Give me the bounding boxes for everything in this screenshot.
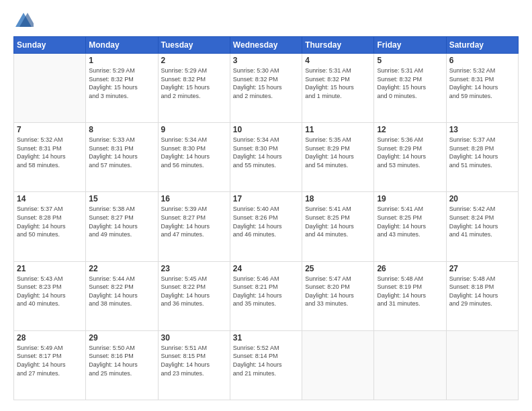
calendar-header-row: SundayMondayTuesdayWednesdayThursdayFrid… bbox=[14, 37, 519, 54]
day-number: 5 bbox=[377, 56, 443, 65]
day-header-wednesday: Wednesday bbox=[230, 37, 302, 54]
calendar-cell: 5Sunrise: 5:31 AM Sunset: 8:32 PM Daylig… bbox=[374, 54, 446, 123]
day-number: 2 bbox=[161, 56, 227, 65]
calendar-cell: 1Sunrise: 5:29 AM Sunset: 8:32 PM Daylig… bbox=[86, 54, 158, 123]
calendar-cell: 16Sunrise: 5:39 AM Sunset: 8:27 PM Dayli… bbox=[158, 192, 230, 261]
day-number: 7 bbox=[17, 125, 83, 134]
calendar-cell: 6Sunrise: 5:32 AM Sunset: 8:31 PM Daylig… bbox=[446, 54, 518, 123]
day-number: 26 bbox=[377, 264, 443, 273]
day-info: Sunrise: 5:46 AM Sunset: 8:21 PM Dayligh… bbox=[233, 275, 299, 308]
header bbox=[13, 11, 519, 31]
day-number: 31 bbox=[233, 333, 299, 342]
calendar-cell: 10Sunrise: 5:34 AM Sunset: 8:30 PM Dayli… bbox=[230, 123, 302, 192]
day-info: Sunrise: 5:44 AM Sunset: 8:22 PM Dayligh… bbox=[89, 275, 154, 308]
day-number: 9 bbox=[161, 125, 227, 134]
day-info: Sunrise: 5:48 AM Sunset: 8:19 PM Dayligh… bbox=[377, 275, 443, 308]
calendar-table: SundayMondayTuesdayWednesdayThursdayFrid… bbox=[13, 36, 519, 400]
day-info: Sunrise: 5:36 AM Sunset: 8:29 PM Dayligh… bbox=[377, 136, 443, 169]
day-info: Sunrise: 5:38 AM Sunset: 8:27 PM Dayligh… bbox=[89, 205, 154, 238]
calendar-cell: 17Sunrise: 5:40 AM Sunset: 8:26 PM Dayli… bbox=[230, 192, 302, 261]
calendar-cell: 30Sunrise: 5:51 AM Sunset: 8:15 PM Dayli… bbox=[158, 330, 230, 400]
calendar-cell: 12Sunrise: 5:36 AM Sunset: 8:29 PM Dayli… bbox=[374, 123, 446, 192]
day-number: 27 bbox=[449, 264, 515, 273]
day-info: Sunrise: 5:45 AM Sunset: 8:22 PM Dayligh… bbox=[161, 275, 227, 308]
day-info: Sunrise: 5:43 AM Sunset: 8:23 PM Dayligh… bbox=[17, 275, 83, 308]
day-info: Sunrise: 5:35 AM Sunset: 8:29 PM Dayligh… bbox=[305, 136, 371, 169]
day-number: 10 bbox=[233, 125, 299, 134]
day-info: Sunrise: 5:34 AM Sunset: 8:30 PM Dayligh… bbox=[233, 136, 299, 169]
day-info: Sunrise: 5:50 AM Sunset: 8:16 PM Dayligh… bbox=[89, 344, 154, 377]
day-info: Sunrise: 5:49 AM Sunset: 8:17 PM Dayligh… bbox=[17, 344, 83, 377]
day-info: Sunrise: 5:51 AM Sunset: 8:15 PM Dayligh… bbox=[161, 344, 227, 377]
day-number: 14 bbox=[17, 194, 83, 203]
day-info: Sunrise: 5:31 AM Sunset: 8:32 PM Dayligh… bbox=[305, 66, 371, 100]
logo bbox=[13, 11, 36, 31]
day-number: 3 bbox=[233, 56, 299, 65]
day-number: 29 bbox=[89, 333, 154, 342]
calendar-cell: 15Sunrise: 5:38 AM Sunset: 8:27 PM Dayli… bbox=[86, 192, 158, 261]
logo-icon bbox=[13, 11, 34, 31]
day-number: 11 bbox=[305, 125, 371, 134]
day-info: Sunrise: 5:42 AM Sunset: 8:24 PM Dayligh… bbox=[449, 205, 515, 238]
day-number: 6 bbox=[449, 56, 515, 65]
day-number: 12 bbox=[377, 125, 443, 134]
day-info: Sunrise: 5:34 AM Sunset: 8:30 PM Dayligh… bbox=[161, 136, 227, 169]
calendar-week-1: 1Sunrise: 5:29 AM Sunset: 8:32 PM Daylig… bbox=[14, 54, 519, 123]
day-header-friday: Friday bbox=[374, 37, 446, 54]
calendar-cell: 3Sunrise: 5:30 AM Sunset: 8:32 PM Daylig… bbox=[230, 54, 302, 123]
calendar-cell: 18Sunrise: 5:41 AM Sunset: 8:25 PM Dayli… bbox=[302, 192, 374, 261]
day-info: Sunrise: 5:33 AM Sunset: 8:31 PM Dayligh… bbox=[89, 136, 154, 169]
calendar-cell bbox=[446, 330, 518, 400]
calendar-cell: 2Sunrise: 5:29 AM Sunset: 8:32 PM Daylig… bbox=[158, 54, 230, 123]
day-info: Sunrise: 5:31 AM Sunset: 8:32 PM Dayligh… bbox=[377, 66, 443, 100]
calendar-cell: 31Sunrise: 5:52 AM Sunset: 8:14 PM Dayli… bbox=[230, 330, 302, 400]
calendar-week-3: 14Sunrise: 5:37 AM Sunset: 8:28 PM Dayli… bbox=[14, 192, 519, 261]
calendar-cell bbox=[374, 330, 446, 400]
day-info: Sunrise: 5:29 AM Sunset: 8:32 PM Dayligh… bbox=[161, 66, 227, 100]
calendar-cell: 14Sunrise: 5:37 AM Sunset: 8:28 PM Dayli… bbox=[14, 192, 86, 261]
calendar-week-4: 21Sunrise: 5:43 AM Sunset: 8:23 PM Dayli… bbox=[14, 261, 519, 330]
calendar-cell: 4Sunrise: 5:31 AM Sunset: 8:32 PM Daylig… bbox=[302, 54, 374, 123]
day-number: 20 bbox=[449, 194, 515, 203]
day-info: Sunrise: 5:40 AM Sunset: 8:26 PM Dayligh… bbox=[233, 205, 299, 238]
day-info: Sunrise: 5:52 AM Sunset: 8:14 PM Dayligh… bbox=[233, 344, 299, 377]
calendar-cell: 26Sunrise: 5:48 AM Sunset: 8:19 PM Dayli… bbox=[374, 261, 446, 330]
day-header-saturday: Saturday bbox=[446, 37, 518, 54]
day-number: 24 bbox=[233, 264, 299, 273]
day-header-thursday: Thursday bbox=[302, 37, 374, 54]
day-number: 1 bbox=[89, 56, 154, 65]
calendar-cell: 23Sunrise: 5:45 AM Sunset: 8:22 PM Dayli… bbox=[158, 261, 230, 330]
day-info: Sunrise: 5:39 AM Sunset: 8:27 PM Dayligh… bbox=[161, 205, 227, 238]
day-header-sunday: Sunday bbox=[14, 37, 86, 54]
calendar-cell: 7Sunrise: 5:32 AM Sunset: 8:31 PM Daylig… bbox=[14, 123, 86, 192]
day-info: Sunrise: 5:30 AM Sunset: 8:32 PM Dayligh… bbox=[233, 66, 299, 100]
day-number: 28 bbox=[17, 333, 83, 342]
day-number: 23 bbox=[161, 264, 227, 273]
day-number: 22 bbox=[89, 264, 154, 273]
calendar-cell: 22Sunrise: 5:44 AM Sunset: 8:22 PM Dayli… bbox=[86, 261, 158, 330]
calendar-cell: 25Sunrise: 5:47 AM Sunset: 8:20 PM Dayli… bbox=[302, 261, 374, 330]
calendar-cell bbox=[302, 330, 374, 400]
day-header-monday: Monday bbox=[86, 37, 158, 54]
day-number: 21 bbox=[17, 264, 83, 273]
day-number: 16 bbox=[161, 194, 227, 203]
day-header-tuesday: Tuesday bbox=[158, 37, 230, 54]
calendar-cell: 28Sunrise: 5:49 AM Sunset: 8:17 PM Dayli… bbox=[14, 330, 86, 400]
day-info: Sunrise: 5:41 AM Sunset: 8:25 PM Dayligh… bbox=[305, 205, 371, 238]
day-number: 4 bbox=[305, 56, 371, 65]
calendar-cell: 11Sunrise: 5:35 AM Sunset: 8:29 PM Dayli… bbox=[302, 123, 374, 192]
day-number: 17 bbox=[233, 194, 299, 203]
calendar-week-2: 7Sunrise: 5:32 AM Sunset: 8:31 PM Daylig… bbox=[14, 123, 519, 192]
day-info: Sunrise: 5:48 AM Sunset: 8:18 PM Dayligh… bbox=[449, 275, 515, 308]
calendar-cell: 8Sunrise: 5:33 AM Sunset: 8:31 PM Daylig… bbox=[86, 123, 158, 192]
calendar-cell: 21Sunrise: 5:43 AM Sunset: 8:23 PM Dayli… bbox=[14, 261, 86, 330]
calendar-cell bbox=[14, 54, 86, 123]
calendar-cell: 9Sunrise: 5:34 AM Sunset: 8:30 PM Daylig… bbox=[158, 123, 230, 192]
day-number: 8 bbox=[89, 125, 154, 134]
day-info: Sunrise: 5:37 AM Sunset: 8:28 PM Dayligh… bbox=[449, 136, 515, 169]
day-info: Sunrise: 5:32 AM Sunset: 8:31 PM Dayligh… bbox=[17, 136, 83, 169]
calendar-week-5: 28Sunrise: 5:49 AM Sunset: 8:17 PM Dayli… bbox=[14, 330, 519, 400]
calendar-cell: 20Sunrise: 5:42 AM Sunset: 8:24 PM Dayli… bbox=[446, 192, 518, 261]
day-number: 25 bbox=[305, 264, 371, 273]
day-number: 15 bbox=[89, 194, 154, 203]
